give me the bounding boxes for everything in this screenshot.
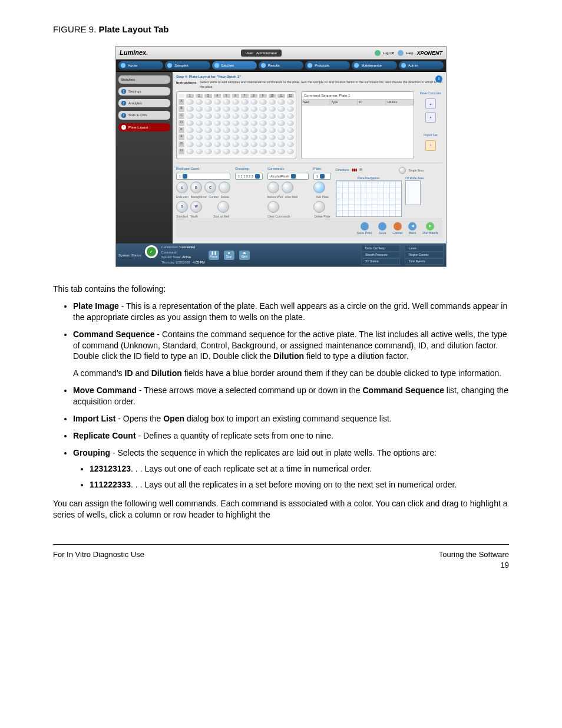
import-list-button[interactable]: ⇩ — [425, 140, 436, 151]
list-item: 123123123. . . Lays out one of each repl… — [90, 463, 509, 475]
help-button[interactable]: Help — [398, 50, 413, 56]
commands-label: Commands: — [267, 167, 309, 171]
sheath-pressure: Sheath Pressure: — [361, 252, 400, 258]
cancel-icon — [394, 222, 402, 230]
brand-logo: Luminex. — [120, 48, 148, 57]
logoff-icon — [375, 50, 381, 56]
col-well[interactable]: Well — [302, 99, 330, 106]
main-pane: i Step 4: Plate Layout for "New Batch 1"… — [173, 72, 446, 243]
col-id[interactable]: ID — [358, 99, 386, 106]
col-dilution[interactable]: Dilution — [386, 99, 414, 106]
col-type[interactable]: Type — [330, 99, 358, 106]
plate-image[interactable]: 123456789101112ABCDEFGH — [176, 91, 296, 159]
arrow-down-icon: ▼ — [429, 116, 432, 120]
commands-select[interactable]: AlcoholFlush — [267, 173, 309, 180]
stop-button[interactable]: ■Stop — [224, 251, 234, 260]
after-well-button[interactable] — [282, 182, 293, 193]
instructions-text: Select wells to add samples and maintena… — [200, 80, 442, 89]
unknown-button[interactable]: U — [176, 182, 188, 193]
move-up-button[interactable]: ▲ — [425, 98, 436, 109]
eject-button[interactable]: ⏏Eject — [239, 251, 250, 260]
sidebar-item-analytes[interactable]: 2Analytes — [118, 99, 170, 107]
xy-status: XY Status: — [361, 258, 400, 265]
grouping-label: Grouping: — [235, 167, 263, 171]
play-icon: ▶ — [426, 222, 434, 230]
logoff-button[interactable]: Log Off — [375, 50, 395, 56]
grouping-group: Grouping: 1 1 1 2 2 2 — [235, 167, 263, 219]
footer-actions: Save Prtcl. Save Cancel ◀Back ▶Run Batch — [176, 219, 442, 238]
single-step-toggle[interactable] — [399, 167, 406, 174]
user-chip: User: Administrator — [241, 50, 282, 57]
save-protocol-icon — [361, 222, 369, 230]
replicate-group: Replicate Count: 1 U B C Unknown Backgro… — [176, 167, 230, 219]
user-label: User: — [246, 51, 254, 55]
lower-controls: Replicate Count: 1 U B C Unknown Backgro… — [176, 163, 442, 219]
page-footer: For In Vitro Diagnostic Use Touring the … — [53, 544, 509, 570]
plate-label: Plate: — [313, 167, 331, 171]
direction-horiz-icon[interactable]: ☰ — [359, 168, 362, 172]
pause-button[interactable]: ❚❚Pause — [209, 251, 219, 260]
list-item: Replicate Count - Defines a quantity of … — [73, 430, 509, 442]
home-icon — [121, 63, 125, 68]
move-command-label: Move Command — [420, 91, 442, 95]
save-protocol-button[interactable]: Save Prtcl. — [357, 222, 373, 235]
clear-commands-button[interactable] — [267, 201, 279, 213]
command-sequence: Command Sequence: Plate 1 Well Type ID D… — [301, 91, 414, 159]
results-icon — [261, 63, 266, 68]
eject-icon: ⏏ — [243, 251, 246, 255]
footer-right-top: Touring the Software — [439, 549, 509, 560]
standard-button[interactable]: S — [176, 201, 188, 213]
pause-icon: ❚❚ — [211, 251, 217, 255]
seq-body[interactable] — [302, 106, 414, 159]
maintenance-icon — [354, 63, 359, 68]
direction-vert-icon[interactable]: ▮▮▮ — [352, 168, 357, 172]
seq-headers: Well Type ID Dilution — [302, 99, 414, 106]
background-button[interactable]: B — [190, 182, 202, 193]
arrow-up-icon: ▲ — [429, 102, 432, 106]
before-well-button[interactable] — [267, 182, 279, 193]
tab-samples[interactable]: Samples — [165, 61, 210, 70]
list-item: Plate Image - This is a representation o… — [73, 301, 509, 323]
run-batch-button[interactable]: ▶Run Batch — [422, 222, 438, 235]
startat-button[interactable] — [217, 201, 229, 213]
plate-nav-grid[interactable] — [336, 180, 402, 217]
sidebar-item-plate-layout[interactable]: 4Plate Layout — [118, 123, 170, 131]
feature-list: Plate Image - This is a representation o… — [53, 301, 509, 490]
sidebar-item-stds-ctrls[interactable]: 3Stds & Ctrls — [118, 111, 170, 119]
tab-results[interactable]: Results — [259, 61, 303, 70]
tab-maintenance[interactable]: Maintenance — [352, 61, 396, 70]
batches-icon — [214, 63, 219, 68]
user-value: Administrator — [256, 51, 277, 55]
plate-select[interactable]: 1 — [313, 173, 331, 180]
delete-plate-button[interactable] — [313, 201, 325, 213]
product-logo: XPONENT — [416, 50, 442, 57]
control-button[interactable]: C — [204, 182, 216, 193]
side-buttons: Move Command ▲ ▼ Import List ⇩ — [419, 91, 442, 159]
cancel-button[interactable]: Cancel — [392, 222, 402, 235]
wash-button[interactable]: W — [190, 201, 202, 213]
step-header: Step 4: Plate Layout for "New Batch 1" — [176, 74, 442, 79]
save-button[interactable]: Save — [378, 222, 386, 235]
page-number: 19 — [439, 560, 509, 571]
grouping-select[interactable]: 1 1 1 2 2 2 — [235, 173, 263, 180]
sidebar-header[interactable]: Batches — [118, 75, 170, 84]
stop-icon: ■ — [228, 251, 230, 255]
sidebar-item-settings[interactable]: 1Settings — [118, 87, 170, 95]
list-item: Import List - Opens the Open dialog box … — [73, 413, 509, 424]
off-plate-area[interactable] — [405, 180, 421, 205]
tab-batches[interactable]: Batches — [212, 61, 257, 70]
list-item: 111222333. . . Lays out all the replicat… — [90, 479, 509, 490]
delete-button[interactable] — [219, 182, 230, 193]
closing-text: You can assign the following well comman… — [53, 498, 509, 521]
add-plate-button[interactable] — [313, 182, 325, 193]
status-label: System Status — [118, 253, 141, 258]
plate-group: Plate: 1 Add Plate Delete Plate — [313, 167, 331, 219]
tab-admin[interactable]: Admin — [399, 61, 444, 70]
tab-protocols[interactable]: Protocols — [305, 61, 350, 70]
status-ok-icon: ✓ — [145, 245, 158, 258]
screenshot: Luminex. User: Administrator Log Off Hel… — [53, 46, 509, 267]
tab-home[interactable]: Home — [118, 61, 163, 70]
replicate-select[interactable]: 1 — [176, 173, 230, 180]
move-down-button[interactable]: ▼ — [425, 112, 436, 123]
back-button[interactable]: ◀Back — [408, 222, 416, 235]
